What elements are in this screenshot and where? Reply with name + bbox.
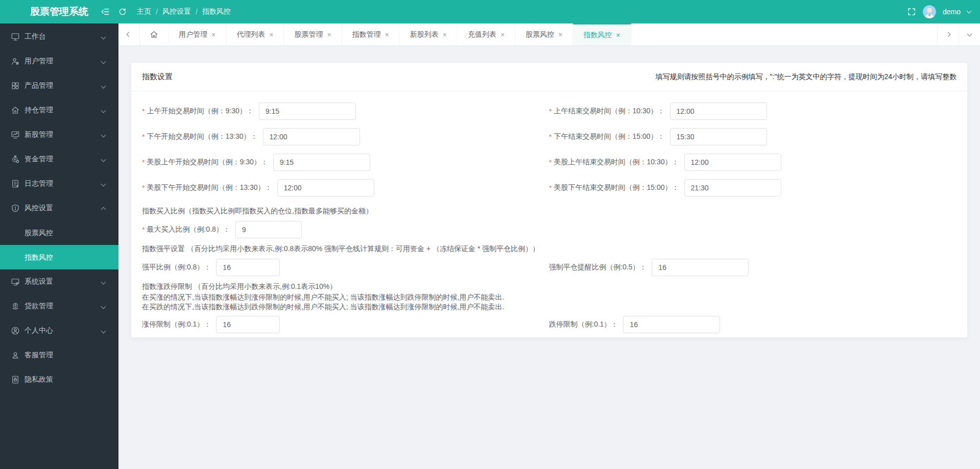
- fullscreen-icon[interactable]: [907, 7, 916, 16]
- breadcrumb: 主页 / 风控设置 / 指数风控: [137, 0, 231, 23]
- input-force-close-alert-ratio[interactable]: [652, 259, 749, 276]
- card-body: * 上午开始交易时间（例：9:30）： * 上午结束交易时间（例：10:30）：…: [131, 91, 967, 348]
- close-icon[interactable]: ×: [500, 31, 505, 38]
- sidebar-item-funds-mgmt[interactable]: 资金管理: [0, 147, 118, 171]
- close-icon[interactable]: ×: [385, 31, 389, 38]
- sidebar-subitem-stock-risk[interactable]: 股票风控: [0, 220, 118, 245]
- chevron-down-icon: [101, 279, 106, 284]
- tab-agent-list[interactable]: 代理列表 ×: [226, 23, 284, 45]
- tab-stock-risk[interactable]: 股票风控 ×: [515, 23, 573, 45]
- force-close-section-heading: 指数强平设置 （百分比均采用小数来表示,例:0.8表示80% 强制平仓线计算规则…: [142, 244, 957, 254]
- tab-ipo-list[interactable]: 新股列表 ×: [400, 23, 458, 45]
- input-morning-close-time[interactable]: [670, 103, 767, 120]
- close-icon[interactable]: ×: [211, 31, 216, 38]
- tab-index-mgmt[interactable]: 指数管理 ×: [342, 23, 400, 45]
- close-icon[interactable]: ×: [269, 31, 273, 38]
- sidebar-item-risk-settings[interactable]: 风控设置: [0, 196, 118, 220]
- chevron-up-icon: [101, 207, 106, 212]
- sidebar-item-label: 贷款管理: [25, 302, 53, 311]
- input-force-close-ratio[interactable]: [216, 259, 280, 276]
- field-afternoon-close-time: * 下午结束交易时间（例：15:00）：: [549, 128, 957, 145]
- breadcrumb-home[interactable]: 主页: [137, 7, 151, 16]
- field-label: 强平比例（例:0.8）：: [142, 263, 211, 272]
- chevron-down-icon: [101, 59, 106, 64]
- sidebar-item-personal-center[interactable]: 个人中心: [0, 318, 118, 343]
- sidebar-item-customer-service[interactable]: 客服管理: [0, 343, 118, 367]
- chevron-down-icon: [101, 108, 106, 113]
- tab-label: 指数风控: [583, 31, 612, 40]
- card-title: 指数设置: [142, 72, 173, 82]
- input-max-buy-ratio[interactable]: [235, 221, 302, 238]
- field-us-morning-open-time: * 美股上午开始交易时间（例：9:30）：: [142, 154, 549, 171]
- input-fall-limit[interactable]: [623, 316, 720, 333]
- sidebar-item-log-mgmt[interactable]: 日志管理: [0, 171, 118, 196]
- sidebar-fold-icon[interactable]: [101, 7, 110, 18]
- breadcrumb-risk-settings[interactable]: 风控设置: [162, 7, 191, 16]
- tabs-menu-button[interactable]: [959, 23, 980, 45]
- sidebar-subitem-index-risk[interactable]: 指数风控: [0, 245, 118, 269]
- field-fall-limit: 跌停限制（例:0.1）：: [549, 316, 957, 333]
- close-icon[interactable]: ×: [558, 31, 562, 38]
- input-us-morning-close-time[interactable]: [684, 154, 781, 171]
- tab-user-mgmt[interactable]: 用户管理 ×: [169, 23, 226, 45]
- tab-label: 代理列表: [236, 30, 265, 39]
- input-morning-open-time[interactable]: [259, 103, 356, 120]
- user-menu-chevron-icon[interactable]: [967, 8, 972, 13]
- tab-label: 股票风控: [525, 30, 554, 39]
- field-label: 下午开始交易时间（例：13:30）：: [147, 132, 257, 141]
- close-icon[interactable]: ×: [443, 31, 447, 38]
- tabs-scroll-left-button[interactable]: [118, 23, 140, 45]
- sidebar-item-user-mgmt[interactable]: 用户管理: [0, 49, 118, 73]
- tab-label: 指数管理: [352, 30, 381, 39]
- tab-bar: 用户管理 × 代理列表 × 股票管理 × 指数管理 × 新股列表 × 充值列表 …: [118, 23, 980, 46]
- required-mark: *: [142, 184, 145, 192]
- input-us-afternoon-close-time[interactable]: [684, 179, 781, 196]
- sidebar-item-system-settings[interactable]: 系统设置: [0, 269, 118, 294]
- sidebar-item-position-mgmt[interactable]: 持仓管理: [0, 98, 118, 122]
- sidebar-item-privacy-policy[interactable]: 隐私政策: [0, 367, 118, 392]
- top-header: 股票管理系统 主页 / 风控设置 / 指数风控 demo: [0, 0, 980, 23]
- required-mark: *: [142, 158, 145, 166]
- field-us-afternoon-close-time: * 美股下午结束交易时间（例：15:00）：: [549, 179, 957, 196]
- tab-label: 股票管理: [294, 30, 323, 39]
- required-mark: *: [549, 107, 552, 115]
- sidebar-item-workbench[interactable]: 工作台: [0, 24, 118, 49]
- field-label: 最大买入比例（例:0.8）：: [147, 225, 230, 234]
- input-us-morning-open-time[interactable]: [273, 154, 370, 171]
- input-afternoon-close-time[interactable]: [670, 128, 767, 145]
- tab-home[interactable]: [140, 23, 169, 45]
- field-us-afternoon-open-time: * 美股下午开始交易时间（例：13:30）：: [142, 179, 549, 196]
- tab-label: 用户管理: [179, 30, 207, 39]
- breadcrumb-index-risk: 指数风控: [202, 7, 231, 16]
- chevron-down-icon: [101, 132, 106, 137]
- breadcrumb-separator: /: [156, 8, 158, 16]
- input-rise-limit[interactable]: [216, 316, 280, 333]
- chevron-down-icon: [101, 34, 106, 39]
- tabs-scroll-right-button[interactable]: [937, 23, 959, 45]
- sidebar-item-label: 日志管理: [25, 179, 53, 188]
- tab-stock-mgmt[interactable]: 股票管理 ×: [284, 23, 342, 45]
- card-header: 指数设置 填写规则请按照括号中的示例填写，":"统一为英文中的字符，提现时间为2…: [131, 63, 967, 91]
- tab-recharge-list[interactable]: 充值列表 ×: [458, 23, 515, 45]
- field-us-morning-close-time: * 美股上午结束交易时间（例：10:30）：: [549, 154, 957, 171]
- arrow-left-icon: [127, 32, 132, 37]
- chevron-down-icon: [101, 181, 106, 186]
- close-icon[interactable]: ×: [616, 32, 620, 39]
- chevron-down-icon: [967, 31, 972, 36]
- tab-index-risk[interactable]: 指数风控 ×: [573, 23, 631, 45]
- refresh-icon[interactable]: [118, 7, 127, 18]
- sidebar-item-product-mgmt[interactable]: 产品管理: [0, 73, 118, 98]
- chevron-down-icon: [101, 328, 106, 333]
- tab-label: 充值列表: [468, 30, 496, 39]
- required-mark: *: [142, 133, 145, 141]
- field-label: 美股上午结束交易时间（例：10:30）：: [554, 158, 679, 167]
- input-afternoon-open-time[interactable]: [263, 128, 360, 145]
- sidebar-item-loan-mgmt[interactable]: 贷款管理: [0, 294, 118, 318]
- field-force-close-ratio: 强平比例（例:0.8）：: [142, 259, 549, 276]
- sidebar-item-label: 系统设置: [25, 277, 53, 286]
- input-us-afternoon-open-time[interactable]: [277, 179, 374, 196]
- avatar[interactable]: [923, 5, 936, 18]
- username[interactable]: demo: [943, 8, 961, 16]
- close-icon[interactable]: ×: [327, 31, 331, 38]
- sidebar-item-ipo-mgmt[interactable]: 新股管理: [0, 122, 118, 147]
